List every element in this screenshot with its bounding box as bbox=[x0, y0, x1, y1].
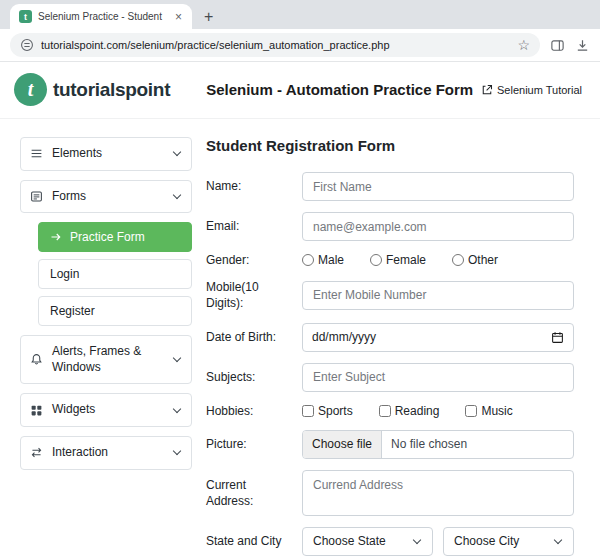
sidebar-item-interaction[interactable]: Interaction bbox=[20, 436, 192, 470]
gender-female-label: Female bbox=[386, 253, 426, 267]
address-label: Current Address: bbox=[206, 477, 302, 509]
selenium-tutorial-link[interactable]: Selenium Tutorial bbox=[481, 84, 582, 96]
state-city-label: State and City bbox=[206, 533, 302, 549]
hobby-checkbox-reading[interactable] bbox=[379, 405, 391, 417]
subjects-row: Subjects: bbox=[206, 363, 574, 392]
external-link-icon bbox=[481, 84, 493, 96]
gender-male-label: Male bbox=[318, 253, 344, 267]
subjects-label: Subjects: bbox=[206, 369, 302, 385]
state-select-value: Choose State bbox=[313, 534, 386, 548]
hobbies-row: Hobbies: Sports Reading Music bbox=[206, 403, 574, 419]
form-title: Student Registration Form bbox=[206, 137, 574, 154]
omnibox[interactable]: tutorialspoint.com/selenium/practice/sel… bbox=[10, 33, 540, 57]
address-textarea[interactable] bbox=[302, 470, 574, 516]
hobby-option-music[interactable]: Music bbox=[465, 404, 512, 418]
registration-form: Student Registration Form Name: Email: G… bbox=[206, 137, 574, 557]
page-title: Selenium - Automation Practice Form bbox=[206, 81, 473, 98]
chevron-down-icon bbox=[173, 404, 181, 412]
gender-radio-male[interactable] bbox=[302, 254, 314, 266]
hobbies-label: Hobbies: bbox=[206, 403, 302, 419]
sidebar-item-label: Alerts, Frames & Windows bbox=[52, 344, 165, 375]
register-item-label: Register bbox=[50, 304, 95, 318]
tutorialspoint-logo-icon[interactable]: t bbox=[14, 73, 47, 106]
dob-input[interactable]: dd/mm/yyyy bbox=[302, 323, 574, 352]
bookmark-star-icon[interactable]: ☆ bbox=[517, 38, 530, 52]
chevron-down-icon bbox=[173, 191, 181, 199]
subjects-input[interactable] bbox=[302, 363, 574, 392]
mobile-input[interactable] bbox=[302, 281, 574, 310]
practice-form-label: Practice Form bbox=[70, 230, 145, 244]
hamburger-icon bbox=[30, 147, 43, 160]
brand-name[interactable]: tutorialspoint bbox=[53, 79, 170, 101]
sidebar-item-alerts-frames-windows[interactable]: Alerts, Frames & Windows bbox=[20, 335, 192, 384]
hobby-reading-label: Reading bbox=[395, 404, 440, 418]
hobby-checkbox-sports[interactable] bbox=[302, 405, 314, 417]
tab-close-icon[interactable]: × bbox=[174, 10, 183, 24]
side-panel-icon[interactable] bbox=[550, 38, 565, 53]
url-text: tutorialspoint.com/selenium/practice/sel… bbox=[41, 39, 510, 51]
browser-url-bar: tutorialspoint.com/selenium/practice/sel… bbox=[0, 29, 600, 62]
chevron-down-icon bbox=[173, 447, 181, 455]
browser-tab-strip: t Selenium Practice - Student × + bbox=[0, 0, 600, 29]
sidebar: Elements Forms Practice Form Login Regis… bbox=[20, 137, 192, 557]
sidebar-item-practice-form[interactable]: Practice Form bbox=[38, 222, 192, 252]
name-row: Name: bbox=[206, 172, 574, 201]
gender-label: Gender: bbox=[206, 252, 302, 268]
hobby-music-label: Music bbox=[481, 404, 512, 418]
sidebar-item-label: Forms bbox=[52, 189, 165, 205]
email-field[interactable] bbox=[302, 212, 574, 241]
chevron-down-icon bbox=[554, 536, 562, 544]
chevron-down-icon bbox=[173, 148, 181, 156]
gender-option-other[interactable]: Other bbox=[452, 253, 498, 267]
hobby-option-reading[interactable]: Reading bbox=[379, 404, 440, 418]
sidebar-item-label: Elements bbox=[52, 146, 165, 162]
picture-row: Picture: Choose file No file chosen bbox=[206, 430, 574, 459]
choose-file-button[interactable]: Choose file bbox=[303, 431, 382, 458]
sidebar-item-forms[interactable]: Forms bbox=[20, 180, 192, 214]
swap-arrows-icon bbox=[30, 446, 43, 459]
hobby-option-sports[interactable]: Sports bbox=[302, 404, 353, 418]
page-content: Elements Forms Practice Form Login Regis… bbox=[0, 119, 600, 557]
sidebar-item-label: Interaction bbox=[52, 445, 165, 461]
gender-option-male[interactable]: Male bbox=[302, 253, 344, 267]
sidebar-item-label: Widgets bbox=[52, 402, 165, 418]
sidebar-item-widgets[interactable]: Widgets bbox=[20, 393, 192, 427]
hobby-checkbox-music[interactable] bbox=[465, 405, 477, 417]
sidebar-item-elements[interactable]: Elements bbox=[20, 137, 192, 171]
file-status-text: No file chosen bbox=[382, 431, 476, 458]
dob-value: dd/mm/yyyy bbox=[312, 330, 376, 344]
calendar-icon[interactable] bbox=[551, 331, 564, 344]
state-city-row: State and City Choose State Choose City bbox=[206, 527, 574, 556]
selenium-tutorial-label: Selenium Tutorial bbox=[497, 84, 582, 96]
gender-radio-female[interactable] bbox=[370, 254, 382, 266]
email-row: Email: bbox=[206, 212, 574, 241]
hobby-sports-label: Sports bbox=[318, 404, 353, 418]
city-select[interactable]: Choose City bbox=[443, 527, 574, 556]
page-header: t tutorialspoint Selenium - Automation P… bbox=[0, 62, 600, 119]
name-label: Name: bbox=[206, 178, 302, 194]
forms-submenu: Practice Form Login Register bbox=[38, 222, 192, 326]
site-settings-icon[interactable] bbox=[20, 38, 34, 52]
downloads-icon[interactable] bbox=[575, 38, 590, 53]
tab-title: Selenium Practice - Student bbox=[38, 11, 168, 22]
new-tab-button[interactable]: + bbox=[204, 9, 213, 25]
name-input[interactable] bbox=[302, 172, 574, 201]
sidebar-item-register[interactable]: Register bbox=[38, 296, 192, 326]
bell-icon bbox=[30, 353, 43, 366]
picture-file-input[interactable]: Choose file No file chosen bbox=[302, 430, 574, 459]
forms-list-icon bbox=[30, 190, 43, 203]
gender-radio-other[interactable] bbox=[452, 254, 464, 266]
gender-other-label: Other bbox=[468, 253, 498, 267]
picture-label: Picture: bbox=[206, 436, 302, 452]
dob-label: Date of Birth: bbox=[206, 329, 302, 345]
state-select[interactable]: Choose State bbox=[302, 527, 433, 556]
gender-option-female[interactable]: Female bbox=[370, 253, 426, 267]
login-item-label: Login bbox=[50, 267, 79, 281]
city-select-value: Choose City bbox=[454, 534, 519, 548]
browser-tab[interactable]: t Selenium Practice - Student × bbox=[10, 4, 192, 29]
grid-icon bbox=[30, 404, 43, 417]
sidebar-item-login[interactable]: Login bbox=[38, 259, 192, 289]
chevron-down-icon bbox=[173, 354, 181, 362]
gender-row: Gender: Male Female Other bbox=[206, 252, 574, 268]
arrow-right-icon bbox=[50, 231, 62, 243]
